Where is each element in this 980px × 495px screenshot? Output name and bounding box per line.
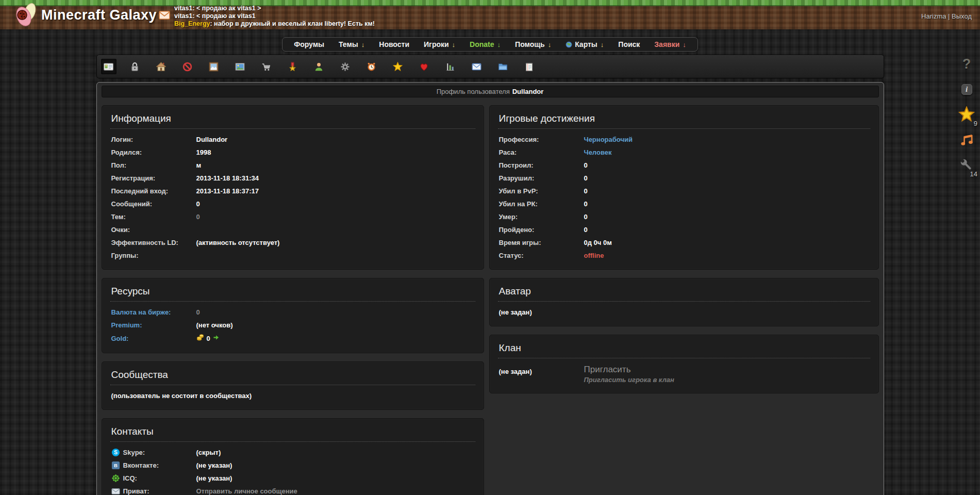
gold-coins-icon — [196, 334, 204, 343]
block-icon[interactable] — [180, 59, 195, 74]
announcement-line: Big_Energy: набор в дружный и веселый кл… — [174, 20, 375, 28]
bar-chart-icon[interactable] — [443, 59, 458, 74]
globe-icon — [566, 41, 572, 48]
envelope-icon[interactable] — [469, 59, 485, 74]
send-private-message-link[interactable]: Отправить личное сообщение — [196, 487, 297, 495]
contact-label: Приват: — [123, 487, 196, 495]
field-row: Premium:(нет очков) — [110, 319, 475, 332]
panel-communities: Сообщества (пользователь не состоит в со… — [102, 361, 484, 410]
field-row: Последний вход:2013-11-18 18:37:17 — [110, 185, 475, 197]
contact-row: B Вконтакте:(не указан) — [110, 459, 475, 472]
panel-title: Контакты — [110, 425, 475, 442]
field-label: Регистрация: — [111, 174, 196, 183]
heart-icon[interactable] — [417, 59, 432, 74]
clan-invite-hint: Пригласить игрока в клан — [584, 376, 674, 384]
race-link[interactable]: Человек — [584, 148, 612, 157]
nav-item-search[interactable]: Поиск — [611, 39, 647, 50]
nav-item-donate[interactable]: Donate↓ — [462, 39, 508, 50]
field-value: 2013-11-18 18:31:34 — [196, 174, 259, 183]
medal-icon[interactable] — [285, 59, 301, 74]
chevron-down-icon: ↓ — [548, 41, 552, 48]
chevron-down-icon: ↓ — [452, 41, 456, 48]
gear-icon[interactable] — [338, 59, 353, 74]
nav-item-maps[interactable]: Карты↓ — [558, 39, 611, 50]
field-row: Регистрация:2013-11-18 18:31:34 — [110, 172, 475, 185]
field-value: 0 — [196, 212, 200, 221]
panel-title: Ресурсы — [110, 285, 475, 302]
field-row: Убил в PvP:0 — [498, 185, 870, 197]
profession-link[interactable]: Чернорабочий — [584, 135, 633, 144]
user-icon[interactable] — [311, 59, 327, 74]
private-message-icon — [111, 487, 120, 495]
panel-title: Аватар — [498, 285, 870, 302]
announcements: vitas1: < продаю ак vitas1 > vitas1: < п… — [159, 5, 375, 28]
nav-label: Новости — [379, 40, 409, 48]
contact-label: Skype: — [123, 448, 196, 457]
profile-card-icon[interactable] — [101, 59, 117, 74]
wrench-icon[interactable]: 14 — [957, 156, 976, 174]
announcement-text: : < продаю ак vitas1 > — [192, 5, 261, 12]
site-logo-icon[interactable] — [14, 3, 38, 29]
communities-empty-text: (пользователь не состоит в сообществах) — [111, 391, 252, 400]
notepad-icon[interactable] — [522, 59, 537, 74]
announce-envelope-icon — [159, 11, 170, 22]
nav-item-forums[interactable]: Форумы — [287, 39, 331, 50]
contact-value: (не указан) — [196, 461, 232, 470]
nav-item-players[interactable]: Игроки↓ — [417, 39, 462, 50]
green-arrow-icon[interactable] — [213, 334, 220, 343]
exchange-currency-link[interactable]: Валюта на бирже: — [111, 308, 171, 316]
page-title-prefix: Профиль пользователя — [437, 88, 510, 95]
field-label: Очки: — [111, 225, 196, 234]
nav-label: Помощь — [515, 40, 545, 48]
field-value: 0 — [584, 212, 588, 221]
field-row: Пол:м — [110, 159, 475, 172]
contact-label: Вконтакте: — [123, 461, 196, 470]
nav-label: Поиск — [618, 40, 640, 48]
nav-item-news[interactable]: Новости — [372, 39, 417, 50]
logout-link[interactable]: Выход — [952, 12, 972, 20]
field-label: Последний вход: — [111, 187, 196, 195]
nav-item-applications[interactable]: Заявки↓ — [647, 39, 693, 50]
field-row: Группы: — [110, 249, 475, 262]
star-icon[interactable] — [390, 59, 406, 74]
photo-icon[interactable] — [232, 59, 248, 74]
lock-icon[interactable] — [127, 59, 143, 74]
gold-link[interactable]: Gold: — [111, 335, 129, 342]
field-value: 0 — [584, 187, 588, 195]
panel-title: Игровые достижения — [498, 112, 870, 129]
page-title: Профиль пользователяDullandor — [102, 86, 879, 97]
panel-title: Информация — [110, 112, 475, 129]
chevron-down-icon: ↓ — [361, 41, 365, 48]
star-icon[interactable]: 9 — [957, 105, 976, 124]
alarm-clock-icon[interactable] — [364, 59, 379, 74]
folder-icon[interactable] — [495, 59, 511, 74]
clan-invite-link[interactable]: Пригласить — [584, 365, 674, 375]
shopping-cart-icon[interactable] — [259, 59, 274, 74]
field-row: Раса:Человек — [498, 146, 870, 159]
field-value: 0д 0ч 0м — [584, 238, 612, 247]
field-label: Убил на РК: — [499, 200, 584, 208]
field-row: Логин:Dullandor — [110, 133, 475, 146]
nav-item-help[interactable]: Помощь↓ — [508, 39, 558, 50]
nav-item-topics[interactable]: Темы↓ — [331, 39, 372, 50]
side-rail: ? i 9 14 — [957, 55, 976, 174]
gold-value: 0 — [207, 334, 210, 343]
field-label: Пол: — [111, 161, 196, 170]
announcement-text: : набор в дружный и веселый клан liberty… — [210, 20, 374, 27]
field-row: Тем:0 — [110, 210, 475, 223]
field-row: Умер:0 — [498, 210, 870, 223]
home-icon[interactable] — [154, 59, 169, 74]
svg-text:S: S — [114, 450, 118, 455]
framed-picture-icon[interactable] — [206, 59, 222, 74]
field-label: Раса: — [499, 148, 584, 157]
info-icon[interactable]: i — [957, 80, 976, 98]
field-label: Разрушил: — [499, 174, 584, 183]
music-icon[interactable] — [957, 130, 976, 149]
field-row: Построил:0 — [498, 159, 870, 172]
help-icon[interactable]: ? — [957, 55, 976, 73]
chevron-down-icon: ↓ — [497, 41, 501, 48]
premium-link[interactable]: Premium: — [111, 321, 142, 329]
current-user-link[interactable]: Harizma — [921, 12, 946, 20]
panel-clan: Клан (не задан) Пригласить Пригласить иг… — [489, 335, 879, 393]
field-value: 0 — [196, 308, 200, 317]
